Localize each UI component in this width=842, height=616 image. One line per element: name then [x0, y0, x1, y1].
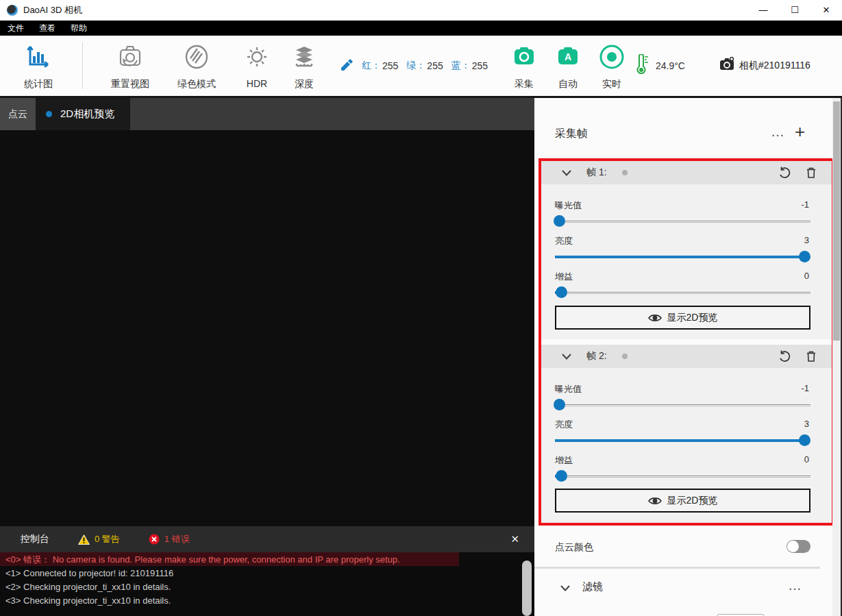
close-button[interactable]: ✕	[810, 0, 842, 21]
log-line: <1> Connected to projector! id: 21019111…	[0, 566, 534, 580]
settings-panel: 采集帧 … + 帧 1: 曝光值 -1	[534, 98, 842, 616]
frame2-exposure-label: 曝光值	[555, 383, 582, 395]
frame2-brightness-value: 3	[804, 419, 809, 429]
statistics-button[interactable]: 统计图	[14, 41, 62, 90]
console-log[interactable]: <0> 错误： No camera is found. Please make …	[0, 552, 534, 616]
tab-pointcloud[interactable]: 点云	[0, 98, 36, 130]
warning-badge[interactable]: 0 警告	[78, 533, 120, 545]
panel-scrollbar[interactable]	[832, 98, 841, 616]
frame1-show-2d-preview-button[interactable]: 显示2D预览	[555, 306, 810, 330]
filter-more-button[interactable]: …	[788, 578, 802, 593]
frame2-exposure-value: -1	[801, 383, 809, 393]
frame1-brightness-label: 亮度	[555, 235, 573, 247]
panel-scrollbar-thumb[interactable]	[833, 101, 840, 341]
blue-label: 蓝：	[451, 60, 471, 72]
slider-thumb[interactable]	[556, 286, 567, 298]
green-mode-button[interactable]: 绿色模式	[173, 41, 221, 90]
live-button[interactable]: 实时	[595, 41, 629, 90]
slider-fill	[555, 439, 804, 442]
capture-button[interactable]: 采集	[507, 41, 541, 90]
slider-fill	[555, 256, 804, 258]
toggle-knob	[787, 541, 799, 552]
reset-view-button[interactable]: 重置视图	[106, 41, 154, 90]
minimize-button[interactable]: —	[747, 0, 779, 21]
warning-count: 0 警告	[95, 533, 120, 545]
green-label: 绿：	[406, 60, 425, 72]
capture-frames-title: 采集帧	[555, 127, 588, 141]
frame1-gain-label: 增益	[555, 271, 573, 283]
menu-help[interactable]: 帮助	[63, 21, 95, 36]
frame1-reset-icon[interactable]	[778, 167, 791, 179]
app-logo-icon	[7, 5, 18, 16]
frame2-exposure-slider[interactable]	[555, 399, 810, 411]
slider-thumb[interactable]	[799, 251, 810, 262]
green-mode-icon	[183, 41, 210, 73]
pointcloud-color-toggle[interactable]	[787, 540, 810, 553]
chevron-down-icon[interactable]	[562, 350, 571, 362]
chevron-down-icon[interactable]	[562, 167, 571, 179]
pointcloud-color-label: 点云颜色	[555, 541, 593, 554]
menu-view[interactable]: 查看	[32, 21, 63, 36]
console-scrollbar[interactable]	[522, 560, 532, 616]
slider-thumb[interactable]	[556, 470, 567, 482]
frames-more-button[interactable]: …	[771, 124, 785, 140]
panel-divider	[534, 567, 820, 569]
slider-thumb[interactable]	[554, 215, 565, 227]
frame1-gain-slider[interactable]	[555, 286, 810, 299]
slider-track[interactable]	[555, 404, 810, 406]
frame2-header[interactable]: 帧 2:	[541, 345, 832, 368]
active-tab-dot-icon	[46, 111, 52, 117]
frame2-delete-icon[interactable]	[806, 350, 817, 362]
console-scrollbar-thumb[interactable]	[522, 560, 532, 616]
histogram-icon	[25, 41, 51, 73]
capture-camera-icon	[512, 41, 536, 73]
frame2-brightness-label: 亮度	[555, 419, 573, 431]
auto-button[interactable]: A 自动	[551, 41, 585, 90]
sun-icon	[243, 41, 271, 73]
hdr-button[interactable]: HDR	[233, 41, 281, 89]
log-line: <3> Checking projector_ti_xx10 in detail…	[0, 593, 534, 607]
slider-track[interactable]	[555, 292, 810, 294]
slider-track[interactable]	[555, 221, 810, 223]
chevron-down-icon[interactable]	[560, 582, 570, 594]
error-badge[interactable]: 1 错误	[149, 533, 190, 545]
frame1-header[interactable]: 帧 1:	[541, 161, 832, 184]
frame1-exposure-label: 曝光值	[555, 199, 582, 212]
pixel-picker-readout: 红： 255 绿： 255 蓝： 255	[340, 36, 488, 96]
eyedropper-icon	[340, 58, 354, 74]
frame2-show-2d-preview-button[interactable]: 显示2D预览	[555, 489, 810, 513]
filter-section-title[interactable]: 滤镜	[582, 580, 603, 593]
window-title: DaoAI 3D 相机	[23, 4, 82, 16]
svg-text:A: A	[565, 51, 571, 62]
frame1-exposure-slider[interactable]	[555, 215, 810, 227]
slider-thumb[interactable]	[554, 399, 565, 410]
frame1-gain-value: 0	[804, 271, 809, 281]
maximize-button[interactable]: ☐	[779, 0, 810, 21]
frame2-reset-icon[interactable]	[778, 350, 791, 362]
frame2-brightness-slider[interactable]	[555, 434, 810, 447]
depth-button[interactable]: 深度	[280, 41, 328, 90]
toolbar: 统计图 重置视图 绿色模式	[0, 36, 842, 96]
tab-2d-label: 2D相机预览	[60, 108, 114, 121]
frame1-delete-icon[interactable]	[806, 167, 817, 179]
frame1-preview-label: 显示2D预览	[667, 312, 718, 324]
frame2-gain-slider[interactable]	[555, 470, 810, 482]
menu-file[interactable]: 文件	[0, 21, 32, 36]
add-frame-button[interactable]: +	[795, 121, 805, 143]
console-header: 控制台 0 警告 1 错误 ✕	[0, 526, 534, 552]
camera-id-readout: 相机#210191116	[719, 36, 810, 96]
frame1-title: 帧 1:	[586, 167, 607, 179]
temperature-readout: 24.9°C	[634, 36, 685, 96]
tab-2d-preview[interactable]: 2D相机预览	[36, 98, 130, 130]
console-close-button[interactable]: ✕	[510, 533, 519, 545]
frame1-brightness-slider[interactable]	[555, 251, 810, 263]
window-controls: — ☐ ✕	[747, 0, 842, 21]
frame2-status-dot-icon	[622, 354, 628, 359]
thermometer-icon	[634, 54, 649, 77]
slider-thumb[interactable]	[799, 434, 810, 446]
camera-preview-viewport[interactable]	[0, 130, 534, 526]
slider-track[interactable]	[555, 476, 810, 478]
camera-id-icon	[719, 57, 734, 75]
green-value: 255	[427, 60, 443, 71]
error-icon	[149, 534, 160, 545]
